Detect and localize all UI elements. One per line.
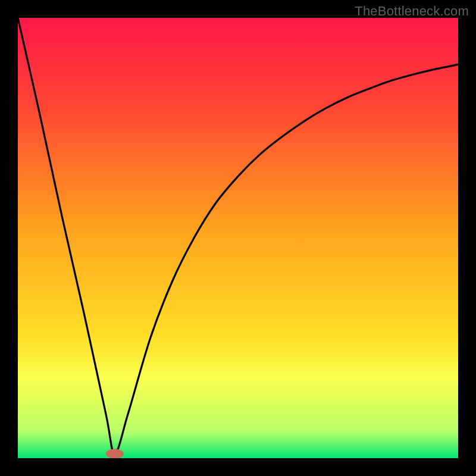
chart-frame: TheBottleneck.com bbox=[0, 0, 476, 476]
watermark-text: TheBottleneck.com bbox=[355, 4, 469, 19]
optimum-marker bbox=[106, 449, 124, 458]
chart-svg bbox=[18, 18, 458, 458]
plot-area bbox=[18, 18, 458, 458]
gradient-background bbox=[18, 18, 458, 458]
